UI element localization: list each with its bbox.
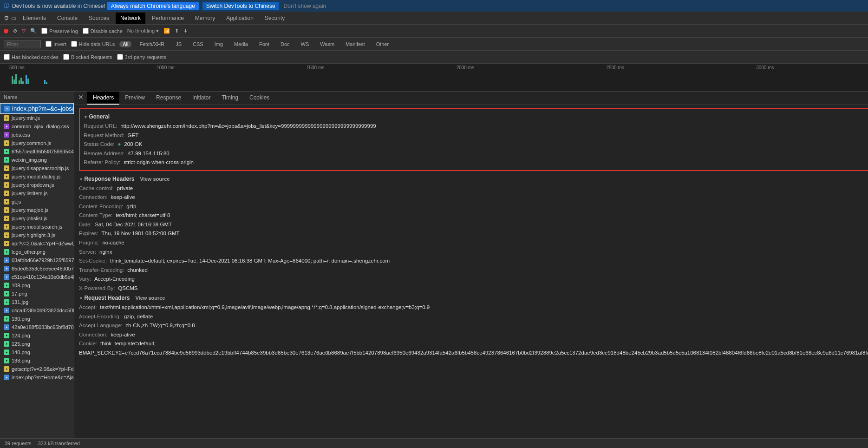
network-request-item[interactable]: ▪logo_other.png <box>0 248 74 256</box>
detail-tab-cookies[interactable]: Cookies <box>244 92 275 105</box>
network-request-item[interactable]: ▪jquery.dropdown.js <box>0 181 74 189</box>
filter-icon[interactable]: ▽ <box>22 28 26 34</box>
tab-network[interactable]: Network <box>116 13 145 24</box>
network-request-item[interactable]: ▪131.jpg <box>0 298 74 306</box>
network-request-item[interactable]: ▪140.png <box>0 348 74 356</box>
detail-tab-response[interactable]: Response <box>150 92 187 105</box>
device-icon[interactable]: ▭ <box>11 15 16 21</box>
filter-all[interactable]: All <box>119 41 131 47</box>
tab-memory[interactable]: Memory <box>190 13 220 24</box>
network-request-item[interactable]: ▪138.png <box>0 356 74 365</box>
network-request-list[interactable]: Name ▪index.php?m=&c=jobs&a=jo...▪jquery… <box>0 92 74 438</box>
general-section: General Request URL: http://www.shengzeh… <box>79 108 868 171</box>
network-request-item[interactable]: ▪gt.js <box>0 198 74 206</box>
network-request-item[interactable]: ▪index.php?m=Home&c=Ajax... <box>0 373 74 382</box>
download-icon[interactable]: ⬇ <box>183 28 188 34</box>
network-request-item[interactable]: ▪65ded5353c5ee5ee48d0b7d48c5... <box>0 264 74 273</box>
preserve-log-checkbox[interactable]: Preserve log <box>41 28 78 34</box>
clear-icon[interactable]: ⊘ <box>13 28 17 34</box>
network-request-item[interactable]: ▪jquery.disappear.tooltip.js <box>0 164 74 172</box>
response-headers-section[interactable]: Response HeadersView source <box>79 174 868 184</box>
network-request-item[interactable]: ▪weixin_img.png <box>0 156 74 164</box>
tab-sources[interactable]: Sources <box>84 13 114 24</box>
network-request-item[interactable]: ▪124.png <box>0 331 74 340</box>
detail-tab-preview[interactable]: Preview <box>119 92 150 105</box>
network-timeline[interactable]: 500 ms1000 ms1500 ms 2000 ms2500 ms3000 … <box>0 64 868 92</box>
disable-cache-checkbox[interactable]: Disable cache <box>83 28 123 34</box>
network-request-item[interactable]: ▪03afdbd66e7929b125f859783... <box>0 256 74 264</box>
network-request-item[interactable]: ▪130.png <box>0 315 74 323</box>
tab-security[interactable]: Security <box>260 13 289 24</box>
switch-chinese-button[interactable]: Switch DevTools to Chinese <box>202 2 279 10</box>
network-request-item[interactable]: ▪index.php?m=&c=jobs&a=jo... <box>0 103 74 114</box>
dont-show-link[interactable]: Don't show again <box>284 3 326 9</box>
network-request-item[interactable]: ▪125.png <box>0 340 74 348</box>
info-icon: ⓘ <box>4 2 9 10</box>
network-request-item[interactable]: ▪42a0e188f5033bc65bf8d7862... <box>0 323 74 331</box>
network-request-item[interactable]: ▪c4ca4238a0b923820dcc509a6... <box>0 306 74 315</box>
network-request-item[interactable]: ▪jquery.highlight-3.js <box>0 231 74 239</box>
close-details-icon[interactable]: ✕ <box>74 92 87 105</box>
upload-icon[interactable]: ⬆ <box>175 28 179 34</box>
throttle-select[interactable]: No throttling ▾ <box>127 28 159 34</box>
network-request-item[interactable]: ▪getscript?v=2.0&ak=YpHFdZ... <box>0 365 74 373</box>
tab-elements[interactable]: Elements <box>18 13 51 24</box>
inspect-icon[interactable]: ⯐ <box>4 15 9 21</box>
network-request-item[interactable]: ▪jquery.modal.search.js <box>0 223 74 231</box>
network-request-item[interactable]: ▪17.png <box>0 290 74 298</box>
network-request-item[interactable]: ▪jquery.common.js <box>0 139 74 147</box>
network-request-item[interactable]: ▪api?v=2.0&ak=YpHFdZwwQ6f... <box>0 239 74 248</box>
match-lang-button[interactable]: Always match Chrome's language <box>107 2 199 10</box>
request-headers-section[interactable]: Request HeadersView source <box>79 293 868 303</box>
network-request-item[interactable]: ▪jquery.mapjob.js <box>0 206 74 214</box>
detail-tab-headers[interactable]: Headers <box>87 92 119 105</box>
search-icon[interactable]: 🔍 <box>30 28 37 34</box>
network-request-item[interactable]: ▪jquery.jobslist.js <box>0 214 74 223</box>
wifi-icon[interactable]: 📶 <box>163 28 170 34</box>
network-request-item[interactable]: ▪jquery.listitem.js <box>0 189 74 198</box>
network-request-item[interactable]: ▪jquery.modal.dialog.js <box>0 172 74 181</box>
network-request-item[interactable]: ▪common_ajax_dialog.css <box>0 122 74 131</box>
filter-input[interactable] <box>4 40 41 48</box>
detail-tab-timing[interactable]: Timing <box>216 92 244 105</box>
tab-console[interactable]: Console <box>52 13 82 24</box>
network-request-item[interactable]: ▪c51ce410c124a10e0db5e4b9... <box>0 273 74 281</box>
network-request-item[interactable]: ▪6f557ceaff36b5f87598d5441e... <box>0 147 74 156</box>
network-status-bar: 39 requests323 kB transferred <box>0 438 868 448</box>
network-request-item[interactable]: ▪109.png <box>0 281 74 290</box>
network-request-item[interactable]: ▪jobs.css <box>0 131 74 139</box>
record-icon[interactable] <box>4 29 8 33</box>
devtools-banner: ⓘ DevTools is now available in Chinese! … <box>0 0 868 12</box>
network-request-item[interactable]: ▪jquery.min.js <box>0 114 74 122</box>
tab-performance[interactable]: Performance <box>147 13 189 24</box>
tab-application[interactable]: Application <box>222 13 258 24</box>
detail-tab-initiator[interactable]: Initiator <box>187 92 216 105</box>
